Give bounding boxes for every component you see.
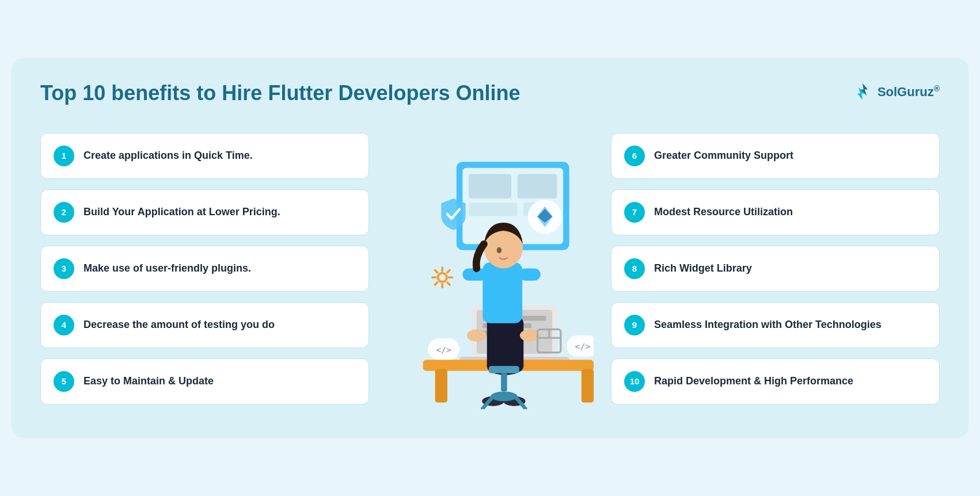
left-benefit-text-4: Decrease the amount of testing you do <box>83 318 275 332</box>
left-benefit-card-5: 5Easy to Maintain & Update <box>40 358 369 405</box>
svg-point-30 <box>497 247 502 254</box>
left-badge-4: 4 <box>54 315 74 335</box>
svg-rect-39 <box>489 366 519 373</box>
page-title: Top 10 benefits to Hire Flutter Develope… <box>40 81 520 105</box>
svg-rect-19 <box>582 369 594 403</box>
svg-point-31 <box>438 273 447 282</box>
right-badge-2: 7 <box>624 202 645 223</box>
right-badge-4: 9 <box>624 315 645 335</box>
right-benefit-text-1: Greater Community Support <box>654 148 793 163</box>
svg-point-28 <box>520 330 540 342</box>
right-benefit-text-4: Seamless Integration with Other Technolo… <box>654 318 882 332</box>
developer-illustration: </> </> <box>386 128 594 409</box>
left-benefit-text-3: Make use of user-friendly plugins. <box>83 261 251 276</box>
content-area: 1Create applications in Quick Time.2Buil… <box>40 128 940 409</box>
left-benefit-card-3: 3Make use of user-friendly plugins. <box>40 246 369 292</box>
right-badge-3: 8 <box>624 258 645 279</box>
svg-point-27 <box>467 330 487 342</box>
logo-text: SolGuruz® <box>878 84 940 100</box>
left-benefit-card-2: 2Build Your Application at Lower Pricing… <box>40 189 369 235</box>
solguruz-logo-icon <box>852 81 873 102</box>
left-benefit-text-2: Build Your Application at Lower Pricing. <box>83 205 280 219</box>
right-benefit-text-3: Rich Widget Library <box>654 261 752 276</box>
svg-rect-24 <box>483 262 522 323</box>
right-benefit-card-5: 10Rapid Development & High Performance <box>611 358 940 405</box>
left-badge-2: 2 <box>54 202 74 223</box>
svg-text:</>: </> <box>436 345 451 354</box>
svg-rect-40 <box>501 373 507 392</box>
svg-rect-18 <box>435 369 447 403</box>
left-benefit-card-4: 4Decrease the amount of testing you do <box>40 302 369 348</box>
right-benefit-text-5: Rapid Development & High Performance <box>654 374 853 388</box>
right-benefit-card-3: 8Rich Widget Library <box>611 246 940 292</box>
right-benefit-card-1: 6Greater Community Support <box>611 133 940 179</box>
right-benefit-text-2: Modest Resource Utilization <box>654 205 793 219</box>
svg-marker-0 <box>860 83 868 96</box>
main-card: Top 10 benefits to Hire Flutter Develope… <box>12 58 968 437</box>
svg-rect-26 <box>519 269 541 281</box>
left-badge-3: 3 <box>54 258 74 279</box>
svg-text:</>: </> <box>575 342 591 352</box>
left-benefit-card-1: 1Create applications in Quick Time. <box>40 133 369 179</box>
right-badge-5: 10 <box>624 371 645 392</box>
logo: SolGuruz® <box>852 81 940 102</box>
svg-rect-6 <box>469 203 518 216</box>
left-badge-1: 1 <box>54 146 74 166</box>
svg-rect-4 <box>469 174 511 199</box>
left-badge-5: 5 <box>54 371 74 392</box>
left-benefit-text-1: Create applications in Quick Time. <box>83 148 253 163</box>
header: Top 10 benefits to Hire Flutter Develope… <box>40 81 940 105</box>
left-benefit-text-5: Easy to Maintain & Update <box>83 374 214 388</box>
center-illustration: </> </> <box>386 128 594 409</box>
right-benefit-card-2: 7Modest Resource Utilization <box>611 189 940 235</box>
right-badge-1: 6 <box>624 146 645 166</box>
svg-marker-1 <box>857 87 865 100</box>
right-benefits-column: 6Greater Community Support7Modest Resour… <box>611 133 940 405</box>
svg-rect-21 <box>487 318 524 372</box>
right-benefit-card-4: 9Seamless Integration with Other Technol… <box>611 302 940 348</box>
svg-rect-5 <box>518 174 557 199</box>
left-benefits-column: 1Create applications in Quick Time.2Buil… <box>40 133 369 405</box>
